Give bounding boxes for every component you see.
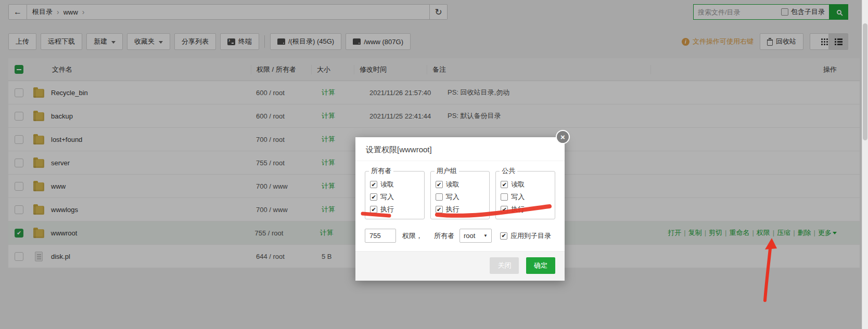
permission-form-row: 权限， 所有者 root ▼ 应用到子目录	[365, 229, 555, 243]
apply-subdir-label: 应用到子目录	[510, 231, 551, 241]
browser-scrollbar[interactable]	[862, 0, 868, 329]
public-read-checkbox[interactable]	[501, 181, 508, 188]
dialog-footer: 关闭 确定	[355, 251, 565, 281]
permission-label: 权限，	[402, 231, 423, 241]
public-group-legend: 公共	[500, 166, 517, 176]
group-group: 用户组 读取 写入 执行	[430, 166, 490, 219]
close-button[interactable]: ×	[556, 130, 570, 144]
public-exec-checkbox[interactable]	[501, 206, 508, 213]
close-icon: ×	[560, 133, 565, 141]
public-group: 公共 读取 写入 执行	[495, 166, 555, 219]
owner-select[interactable]: root ▼	[459, 229, 492, 243]
scrollbar-thumb[interactable]	[863, 23, 867, 140]
owner-exec-label: 执行	[380, 205, 394, 214]
group-group-legend: 用户组	[435, 166, 459, 176]
apply-subdir-checkbox[interactable]	[500, 232, 507, 240]
public-write-checkbox[interactable]	[501, 193, 508, 201]
apply-subdir-option: 应用到子目录	[500, 231, 551, 241]
dialog-title: 设置权限[wwwroot]	[355, 137, 565, 161]
owner-group: 所有者 读取 写入 执行	[365, 166, 425, 219]
group-write-label: 写入	[446, 192, 459, 202]
public-read-label: 读取	[511, 180, 525, 189]
public-write-label: 写入	[511, 192, 525, 202]
set-permission-dialog: × 设置权限[wwwroot] 所有者 读取 写入 执行 用户组 读取 写入 执…	[355, 137, 565, 281]
cancel-button[interactable]: 关闭	[490, 257, 519, 274]
owner-write-label: 写入	[380, 192, 394, 202]
owner-group-legend: 所有者	[369, 166, 393, 176]
owner-read-checkbox[interactable]	[370, 181, 377, 188]
owner-write-checkbox[interactable]	[370, 193, 377, 201]
owner-select-value: root	[464, 232, 475, 240]
group-exec-label: 执行	[446, 205, 459, 214]
public-exec-label: 执行	[511, 205, 525, 214]
group-exec-checkbox[interactable]	[436, 206, 443, 213]
owner-label: 所有者	[434, 231, 454, 241]
group-write-checkbox[interactable]	[436, 193, 443, 201]
owner-exec-checkbox[interactable]	[370, 206, 377, 213]
confirm-button[interactable]: 确定	[526, 257, 555, 274]
dropdown-arrow-icon: ▼	[483, 233, 488, 238]
permission-groups: 所有者 读取 写入 执行 用户组 读取 写入 执行 公共 读取 写入 执行	[365, 166, 555, 219]
group-read-label: 读取	[446, 180, 459, 189]
group-read-checkbox[interactable]	[436, 181, 443, 188]
owner-read-label: 读取	[380, 180, 394, 189]
permission-value-input[interactable]	[365, 229, 396, 243]
